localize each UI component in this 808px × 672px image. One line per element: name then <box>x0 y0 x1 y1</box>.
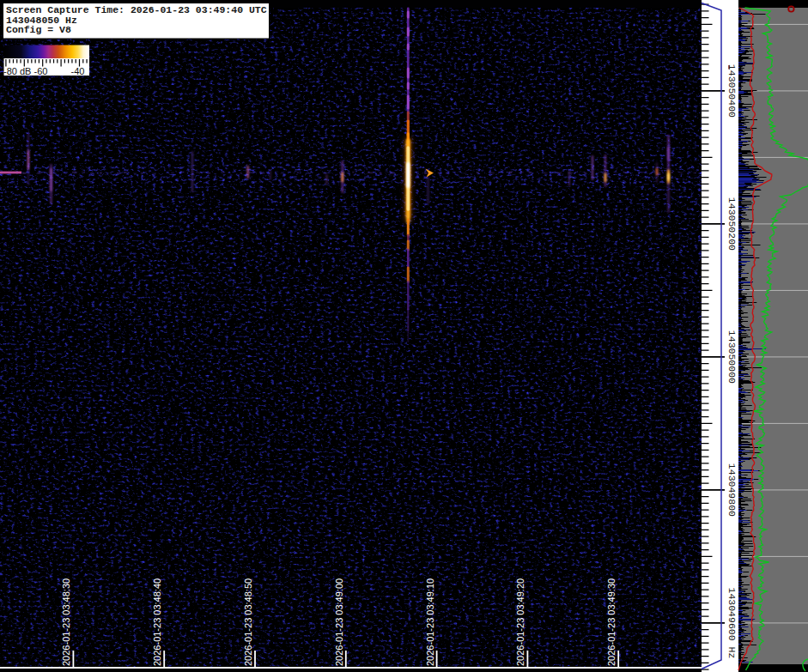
svg-text:143050200: 143050200 <box>726 197 738 251</box>
svg-text:143050400: 143050400 <box>726 64 738 118</box>
svg-text:-40: -40 <box>71 66 85 76</box>
svg-text:2026-01-23 03:49:30: 2026-01-23 03:49:30 <box>606 578 617 666</box>
svg-text:2026-01-23 03:49:20: 2026-01-23 03:49:20 <box>515 578 526 666</box>
svg-text:2026-01-23 03:49:10: 2026-01-23 03:49:10 <box>425 578 435 666</box>
svg-text:143049600 Hz: 143049600 Hz <box>726 587 738 658</box>
svg-text:2026-01-23 03:48:40: 2026-01-23 03:48:40 <box>152 578 162 666</box>
svg-text:2026-01-23 03:48:50: 2026-01-23 03:48:50 <box>243 578 253 666</box>
svg-text:-80 dB: -80 dB <box>3 66 31 76</box>
svg-text:-60: -60 <box>34 66 48 76</box>
svg-text:2026-01-23 03:49:00: 2026-01-23 03:49:00 <box>334 578 344 666</box>
svg-text:Config = V8: Config = V8 <box>6 24 71 35</box>
svg-text:2026-01-23 03:48:30: 2026-01-23 03:48:30 <box>61 578 71 666</box>
svg-text:143049800: 143049800 <box>726 463 738 517</box>
svg-text:143050000: 143050000 <box>726 330 738 384</box>
